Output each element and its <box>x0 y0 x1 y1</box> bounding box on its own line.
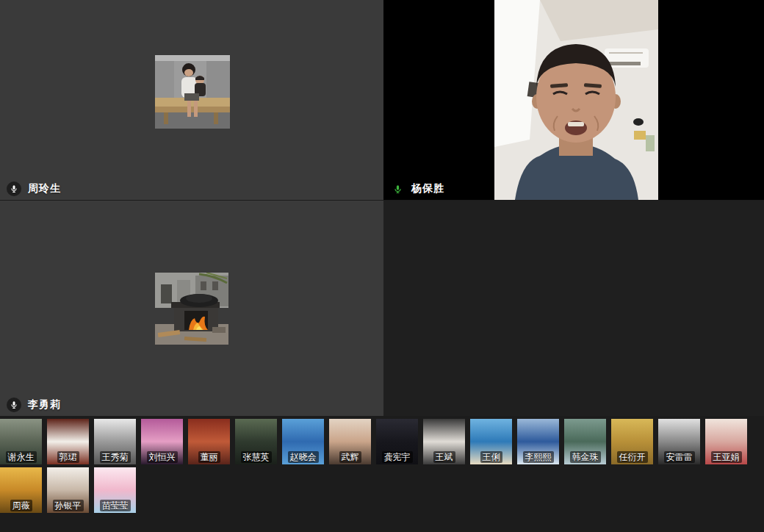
participant-thumbnail-row-2: 周薇孙银平苗莹莹 <box>0 467 764 513</box>
video-tile-participant-3[interactable]: 李勇莉 <box>0 201 383 416</box>
participant-name-label: 李熙熙 <box>523 451 554 463</box>
participant-name-label: 刘恒兴 <box>147 451 178 463</box>
participant-name-label: 孙银平 <box>53 500 84 511</box>
video-tile-empty-slot <box>383 201 764 416</box>
participant-name-label: 任衍开 <box>617 451 648 463</box>
participant-name: 李勇莉 <box>28 398 61 411</box>
participant-name-label: 王斌 <box>433 451 455 463</box>
participant-thumbnail[interactable]: 李熙熙 <box>517 419 559 464</box>
participant-thumbnail[interactable]: 刘恒兴 <box>141 419 183 464</box>
microphone-active-icon <box>390 181 405 196</box>
participant-name-label: 龚宪宇 <box>382 451 413 463</box>
participant-name-label: 董丽 <box>198 451 220 463</box>
participant-thumbnail[interactable]: 王秀菊 <box>94 419 136 464</box>
participant-thumbnail[interactable]: 韩金珠 <box>564 419 606 464</box>
participant-nameplate: 周玲生 <box>7 181 61 196</box>
participant-name-label: 张慧英 <box>241 451 272 463</box>
participant-name: 周玲生 <box>28 182 61 195</box>
participant-name-label: 王俐 <box>480 451 502 463</box>
participant-thumbnail[interactable]: 任衍开 <box>611 419 653 464</box>
participant-thumbnail[interactable]: 孙银平 <box>47 467 89 513</box>
live-video-feed-image <box>494 0 658 200</box>
participant-thumbnail[interactable]: 谢永生 <box>0 419 42 464</box>
video-tile-participant-1[interactable]: 周玲生 <box>0 0 383 200</box>
participant-thumbnail-row-1: 谢永生郭珺王秀菊刘恒兴董丽张慧英赵晓会武辉龚宪宇王斌王俐李熙熙韩金珠任衍开安雷雷… <box>0 419 764 464</box>
participant-nameplate: 李勇莉 <box>7 398 61 412</box>
photo-wood-stove-fire-image <box>155 273 228 345</box>
participant-thumbnail[interactable]: 武辉 <box>329 419 371 464</box>
video-tile-participant-2[interactable]: 杨保胜 <box>383 0 764 200</box>
participant-name-label: 韩金珠 <box>570 451 601 463</box>
participant-nameplate: 杨保胜 <box>390 181 444 196</box>
participant-name-label: 王秀菊 <box>100 451 131 463</box>
participant-thumbnail[interactable]: 周薇 <box>0 467 42 513</box>
participant-thumbnail[interactable]: 王俐 <box>470 419 512 464</box>
participant-thumbnail[interactable]: 赵晓会 <box>282 419 324 464</box>
participant-name: 杨保胜 <box>411 182 444 195</box>
participant-thumbnail[interactable]: 王斌 <box>423 419 465 464</box>
participant-thumbnail[interactable]: 安雷雷 <box>658 419 700 464</box>
participant-thumbnail[interactable]: 董丽 <box>188 419 230 464</box>
participant-thumbnail[interactable]: 苗莹莹 <box>94 467 136 513</box>
participant-name-label: 安雷雷 <box>664 451 695 463</box>
photo-woman-and-child-image <box>155 55 230 129</box>
participant-thumbnail[interactable]: 郭珺 <box>47 419 89 464</box>
participant-name-label: 周薇 <box>10 500 32 511</box>
participant-name-label: 谢永生 <box>6 451 37 463</box>
participant-name-label: 苗莹莹 <box>100 500 131 511</box>
participant-thumbnail[interactable]: 王亚娟 <box>705 419 747 464</box>
video-grid: 周玲生 <box>0 0 764 416</box>
participant-thumbnail[interactable]: 张慧英 <box>235 419 277 464</box>
participant-name-label: 武辉 <box>339 451 361 463</box>
microphone-icon <box>7 181 21 196</box>
participant-name-label: 郭珺 <box>57 451 79 463</box>
participant-name-label: 王亚娟 <box>711 451 742 463</box>
participant-thumbnail[interactable]: 龚宪宇 <box>376 419 418 464</box>
participant-name-label: 赵晓会 <box>288 451 319 463</box>
microphone-icon <box>7 398 21 412</box>
